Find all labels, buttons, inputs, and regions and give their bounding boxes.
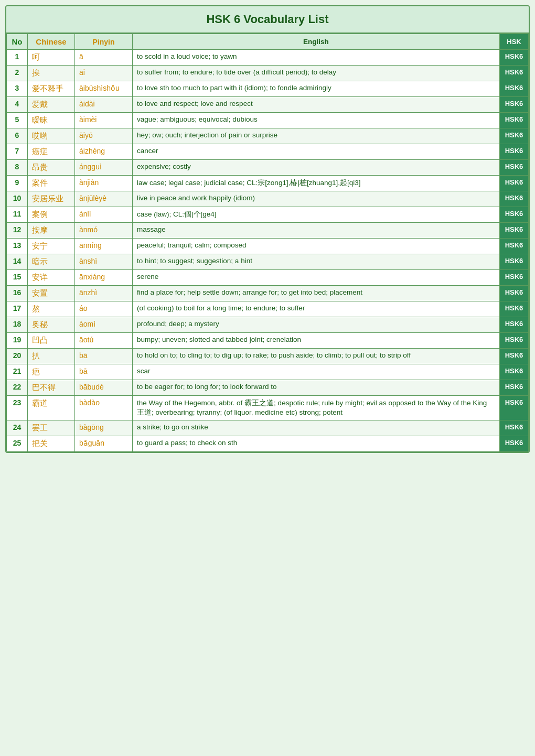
cell-english: (of cooking) to boil for a long time; to… [133,301,500,317]
table-body: 1呵āto scold in a loud voice; to yawnHSK6… [7,50,529,452]
header-row: No Chinese Pinyin English HSK [7,34,529,50]
cell-hsk: HSK6 [500,66,529,81]
cell-english: vague; ambiguous; equivocal; dubious [133,113,500,128]
cell-no: 8 [7,160,28,176]
cell-english: expensive; costly [133,160,500,176]
cell-pinyin: ànlì [75,207,133,223]
page-title: HSK 6 Vocabulary List [6,6,529,34]
cell-no: 18 [7,317,28,333]
table-row: 16安置ānzhìfind a place for; help settle d… [7,286,529,301]
cell-hsk: HSK6 [500,223,529,239]
cell-pinyin: àidài [75,97,133,113]
cell-english: to love sth too much to part with it (id… [133,81,500,97]
table-row: 13安宁ānníngpeaceful; tranquil; calm; comp… [7,239,529,254]
cell-pinyin: āiyō [75,128,133,144]
cell-no: 6 [7,128,28,144]
cell-hsk: HSK6 [500,254,529,270]
cell-chinese: 安置 [28,286,75,301]
cell-english: live in peace and work happily (idiom) [133,191,500,207]
table-row: 22巴不得bābudéto be eager for; to long for;… [7,380,529,396]
cell-no: 17 [7,301,28,317]
cell-pinyin: àimèi [75,113,133,128]
table-row: 17熬áo(of cooking) to boil for a long tim… [7,301,529,317]
vocabulary-table: No Chinese Pinyin English HSK 1呵āto scol… [6,34,529,452]
table-row: 15安详ānxiángsereneHSK6 [7,270,529,286]
cell-chinese: 扒 [28,349,75,364]
cell-hsk: HSK6 [500,191,529,207]
cell-chinese: 奥秘 [28,317,75,333]
cell-pinyin: ānxiáng [75,270,133,286]
cell-chinese: 安详 [28,270,75,286]
cell-chinese: 呵 [28,50,75,66]
cell-no: 9 [7,176,28,191]
cell-chinese: 罢工 [28,420,75,436]
table-row: 6哎哟āiyōhey; ow; ouch; interjection of pa… [7,128,529,144]
cell-pinyin: ānzhì [75,286,133,301]
cell-chinese: 案例 [28,207,75,223]
cell-pinyin: bābudé [75,380,133,396]
cell-chinese: 哎哟 [28,128,75,144]
cell-hsk: HSK6 [500,286,529,301]
cell-english: peaceful; tranquil; calm; composed [133,239,500,254]
cell-english: to suffer from; to endure; to tide over … [133,66,500,81]
cell-hsk: HSK6 [500,144,529,160]
cell-no: 14 [7,254,28,270]
cell-pinyin: ànmó [75,223,133,239]
table-row: 7癌症áizhèngcancerHSK6 [7,144,529,160]
header-pinyin: Pinyin [75,34,133,50]
cell-no: 21 [7,364,28,380]
cell-no: 15 [7,270,28,286]
table-row: 9案件ànjiànlaw case; legal case; judicial … [7,176,529,191]
cell-english: cancer [133,144,500,160]
cell-no: 13 [7,239,28,254]
cell-pinyin: ángguì [75,160,133,176]
cell-hsk: HSK6 [500,239,529,254]
table-row: 14暗示ànshìto hint; to suggest; suggestion… [7,254,529,270]
cell-chinese: 爱戴 [28,97,75,113]
table-row: 19凹凸āotúbumpy; uneven; slotted and tabbe… [7,333,529,349]
table-row: 25把关bǎguānto guard a pass; to check on s… [7,436,529,452]
cell-pinyin: áizhèng [75,144,133,160]
cell-pinyin: ā [75,50,133,66]
cell-no: 11 [7,207,28,223]
cell-no: 16 [7,286,28,301]
cell-english: to hold on to; to cling to; to dig up; t… [133,349,500,364]
vocabulary-table-container: HSK 6 Vocabulary List No Chinese Pinyin … [5,5,530,453]
cell-chinese: 安宁 [28,239,75,254]
cell-english: find a place for; help settle down; arra… [133,286,500,301]
cell-english: to scold in a loud voice; to yawn [133,50,500,66]
cell-pinyin: bā [75,349,133,364]
cell-no: 19 [7,333,28,349]
cell-no: 23 [7,396,28,420]
cell-hsk: HSK6 [500,349,529,364]
table-row: 18奥秘àomìprofound; deep; a mysteryHSK6 [7,317,529,333]
cell-no: 7 [7,144,28,160]
cell-pinyin: àomì [75,317,133,333]
cell-hsk: HSK6 [500,81,529,97]
table-row: 23霸道bàdàothe Way of the Hegemon, abbr. o… [7,396,529,420]
cell-hsk: HSK6 [500,113,529,128]
cell-english: profound; deep; a mystery [133,317,500,333]
cell-english: hey; ow; ouch; interjection of pain or s… [133,128,500,144]
header-chinese: Chinese [28,34,75,50]
header-hsk: HSK [500,34,529,50]
cell-chinese: 按摩 [28,223,75,239]
header-no: No [7,34,28,50]
cell-hsk: HSK6 [500,176,529,191]
cell-english: massage [133,223,500,239]
cell-english: to love and respect; love and respect [133,97,500,113]
cell-english: to be eager for; to long for; to look fo… [133,380,500,396]
cell-pinyin: ānníng [75,239,133,254]
cell-no: 4 [7,97,28,113]
cell-chinese: 暗示 [28,254,75,270]
cell-english: to guard a pass; to check on sth [133,436,500,452]
cell-no: 22 [7,380,28,396]
cell-hsk: HSK6 [500,333,529,349]
cell-english: law case; legal case; judicial case; CL:… [133,176,500,191]
cell-chinese: 熬 [28,301,75,317]
cell-pinyin: ānjūlèyè [75,191,133,207]
table-row: 21疤bāscarHSK6 [7,364,529,380]
table-row: 3爱不释手àibùshìshǒuto love sth too much to … [7,81,529,97]
cell-pinyin: bā [75,364,133,380]
cell-chinese: 凹凸 [28,333,75,349]
